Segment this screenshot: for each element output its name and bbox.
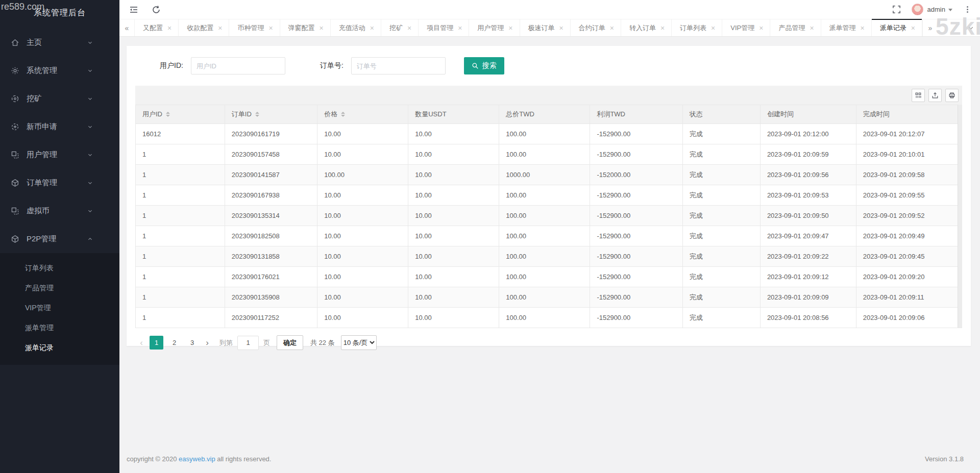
table-row[interactable]: 1202309015745810.0010.00100.00-152900.00… xyxy=(136,144,962,165)
tab[interactable]: 币种管理 × xyxy=(229,19,280,36)
order-no-input[interactable] xyxy=(351,57,446,74)
collapse-menu-icon[interactable] xyxy=(129,5,139,15)
tab-close-icon[interactable]: × xyxy=(218,24,222,32)
tab[interactable]: 挖矿 × xyxy=(381,19,419,36)
tab[interactable]: 派单管理 × xyxy=(821,19,872,36)
table-cell: 10.00 xyxy=(408,267,499,287)
tabs-scroll-right-icon[interactable]: » xyxy=(922,19,938,36)
table-row[interactable]: 1202309013185810.0010.00100.00-152900.00… xyxy=(136,246,962,267)
export-icon[interactable] xyxy=(928,89,942,102)
sidebar-subitem[interactable]: 派单管理 xyxy=(0,318,119,338)
tab-close-icon[interactable]: × xyxy=(268,24,273,32)
sidebar-item[interactable]: 挖矿 xyxy=(0,85,119,113)
sidebar-subitem-label: VIP管理 xyxy=(25,304,51,312)
tab-close-icon[interactable]: × xyxy=(167,24,172,32)
sidebar-item[interactable]: P2P管理 xyxy=(0,225,119,253)
table-cell: 10.00 xyxy=(317,246,408,267)
table-scrollbar[interactable] xyxy=(958,105,962,328)
tab[interactable]: 收款配置 × xyxy=(179,19,229,36)
sidebar-item[interactable]: 虚拟币 xyxy=(0,197,119,225)
fullscreen-icon[interactable] xyxy=(892,5,901,14)
table-row[interactable]: 12023090141587100.0010.001000.00-152000.… xyxy=(136,165,962,185)
tab[interactable]: VIP管理 × xyxy=(722,19,770,36)
tabs-scroll-left-icon[interactable]: « xyxy=(119,19,135,36)
tab[interactable]: 订单列表 × xyxy=(672,19,722,36)
sort-icon[interactable] xyxy=(341,112,345,117)
sidebar-item[interactable]: 订单管理 xyxy=(0,169,119,197)
tab-close-icon[interactable]: × xyxy=(559,24,564,32)
table-cell: 10.00 xyxy=(317,308,408,328)
page-size-select[interactable]: 10 条/页 xyxy=(341,335,377,350)
tab[interactable]: 用户管理 × xyxy=(469,19,520,36)
more-menu-icon[interactable] xyxy=(963,5,972,14)
tab[interactable]: 产品管理 × xyxy=(770,19,821,36)
tab[interactable]: 又配置 × xyxy=(135,19,179,36)
tab-close-icon[interactable]: × xyxy=(810,24,814,32)
tab-close-icon[interactable]: × xyxy=(660,24,665,32)
refresh-icon[interactable] xyxy=(151,5,161,15)
sort-icon[interactable] xyxy=(255,112,259,117)
tab-close-icon[interactable]: × xyxy=(508,24,512,32)
goto-confirm-button[interactable]: 确定 xyxy=(277,335,303,350)
columns-icon[interactable] xyxy=(912,89,925,102)
page-number[interactable]: 2 xyxy=(167,336,181,350)
table-cell: 10.00 xyxy=(317,267,408,287)
table-row[interactable]: 1202309011725210.0010.00100.00-152900.00… xyxy=(136,308,962,328)
table-row[interactable]: 1202309013590810.0010.00100.00-152900.00… xyxy=(136,287,962,308)
tab-close-icon[interactable]: × xyxy=(458,24,462,32)
table-row[interactable]: 1202309013531410.0010.00100.00-152900.00… xyxy=(136,206,962,226)
table-cell: 2023-09-01 20:08:56 xyxy=(760,308,856,328)
tab[interactable]: 弹窗配置 × xyxy=(280,19,331,36)
page-number[interactable]: 1 xyxy=(150,336,163,350)
sidebar-item[interactable]: 系统管理 xyxy=(0,57,119,85)
tab[interactable]: 转入订单 × xyxy=(621,19,672,36)
table-row[interactable]: 1202309017602110.0010.00100.00-152900.00… xyxy=(136,267,962,287)
table-row[interactable]: 1202309016793810.0010.00100.00-152900.00… xyxy=(136,185,962,206)
search-button[interactable]: 搜索 xyxy=(464,57,504,74)
tab[interactable]: 派单记录 × xyxy=(872,19,922,36)
table-cell: -152900.00 xyxy=(590,226,682,246)
tab[interactable]: 充值活动 × xyxy=(331,19,381,36)
pagination: ‹ 1 2 3 › 到第 页 确定 共 22 条 10 条/页 xyxy=(127,328,971,357)
table-cell: 10.00 xyxy=(408,185,499,206)
sidebar-item[interactable]: 用户管理 xyxy=(0,141,119,169)
tab-close-icon[interactable]: × xyxy=(610,24,614,32)
sidebar-subitem[interactable]: 订单列表 xyxy=(0,258,119,278)
tab-close-icon[interactable]: × xyxy=(759,24,763,32)
sidebar-item[interactable]: 主页 xyxy=(0,29,119,57)
tab[interactable]: 极速订单 × xyxy=(520,19,571,36)
sidebar-subitem[interactable]: 派单记录 xyxy=(0,338,119,358)
page-prev-icon[interactable]: ‹ xyxy=(135,338,148,347)
user-menu-caret-icon[interactable] xyxy=(948,9,952,11)
tab-close-icon[interactable]: × xyxy=(407,24,411,32)
tab[interactable]: 项目管理 × xyxy=(419,19,469,36)
goto-page-input[interactable] xyxy=(237,336,259,350)
tab-close-icon[interactable]: × xyxy=(861,24,865,32)
table-cell: 1 xyxy=(136,206,225,226)
chevron-down-icon xyxy=(87,236,93,242)
sort-icon[interactable] xyxy=(166,112,170,117)
page-next-icon[interactable]: › xyxy=(201,338,213,347)
page-number[interactable]: 3 xyxy=(185,336,199,350)
user-id-input[interactable] xyxy=(191,57,285,74)
print-icon[interactable] xyxy=(945,89,959,102)
tabs-dropdown-icon[interactable] xyxy=(962,19,980,36)
username[interactable]: admin xyxy=(927,6,945,13)
tab-close-icon[interactable]: × xyxy=(370,24,374,32)
sidebar-item[interactable]: 新币申请 xyxy=(0,113,119,141)
table-cell: -152900.00 xyxy=(590,124,682,144)
chevron-down-icon xyxy=(87,152,93,158)
table-cell: 完成 xyxy=(682,246,760,267)
tab-close-icon[interactable]: × xyxy=(320,24,324,32)
tab-close-icon[interactable]: × xyxy=(911,24,915,32)
sidebar-subitem[interactable]: 产品管理 xyxy=(0,278,119,298)
footer-link[interactable]: easyweb.vip xyxy=(179,455,215,463)
tab-close-icon[interactable]: × xyxy=(711,24,715,32)
main: admin « 又配置 × 收款配置 × 币种管理 × xyxy=(119,0,980,473)
table-row[interactable]: 1202309018250810.0010.00100.00-152900.00… xyxy=(136,226,962,246)
sidebar-subitem[interactable]: VIP管理 xyxy=(0,298,119,318)
table-row[interactable]: 16012202309016171910.0010.00100.00-15290… xyxy=(136,124,962,144)
tab[interactable]: 合约订单 × xyxy=(571,19,621,36)
avatar[interactable] xyxy=(912,4,923,15)
table-cell: 2023-09-01 20:10:01 xyxy=(856,144,962,165)
